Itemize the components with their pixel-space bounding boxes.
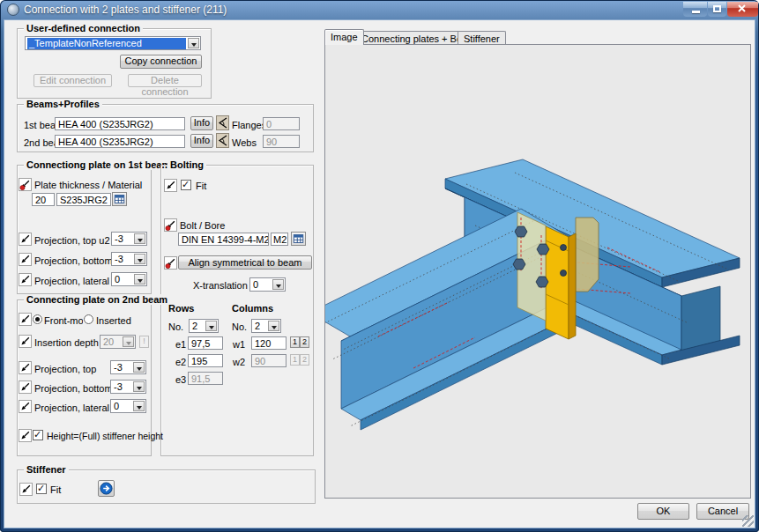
pick-align-button[interactable] <box>164 256 177 270</box>
projection-lateral2-dropdown[interactable]: 0 <box>110 399 146 413</box>
chevron-down-icon <box>123 336 134 347</box>
delete-connection-button[interactable]: Delete connection <box>128 74 202 87</box>
dropdown-value: -3 <box>114 362 132 373</box>
inserted-radio[interactable] <box>84 314 93 324</box>
e2-field[interactable]: 195 <box>188 354 223 367</box>
pick-projection-top-button[interactable] <box>19 361 32 374</box>
front-mounted-label: Front-mounted <box>44 315 83 326</box>
stiffener-fit-label: Fit <box>50 484 61 495</box>
second-beam-profile-field[interactable]: HEA 400 (S235JRG2) <box>55 135 185 148</box>
front-mounted-radio[interactable] <box>33 314 42 324</box>
ok-button[interactable]: OK <box>637 503 689 520</box>
resize-grip[interactable] <box>742 515 754 527</box>
projection-top-u2-dropdown[interactable]: -3 <box>111 232 147 246</box>
first-beam-profile-field[interactable]: HEA 400 (S235JRG2) <box>55 117 185 130</box>
projection-top-u2-label: Projection, top u2 <box>34 235 110 246</box>
web-angle-icon[interactable] <box>216 133 229 148</box>
preview-3d-panel[interactable] <box>324 44 751 499</box>
bolt-field[interactable]: DIN EN 14399-4-M20-10... <box>178 233 269 246</box>
plate-thickness-field[interactable]: 20 <box>32 193 55 206</box>
pick-plate-thickness-button[interactable] <box>19 178 32 191</box>
columns-header: Columns <box>232 303 273 314</box>
pick-mounting-button[interactable] <box>19 313 32 326</box>
align-symmetrical-button[interactable]: Align symmetrical to beam <box>178 255 312 270</box>
end-plate-yellow <box>546 226 576 339</box>
edit-connection-button[interactable]: Edit connection <box>33 74 112 87</box>
flanges-label: Flanges <box>232 120 266 130</box>
projection-lateral-dropdown[interactable]: 0 <box>111 272 147 286</box>
fit-checkbox[interactable] <box>181 180 191 190</box>
fit-label: Fit <box>196 181 206 191</box>
template-dropdown[interactable]: _TemplateNonReferenced <box>25 36 201 50</box>
dropdown-value: 0 <box>115 274 133 285</box>
projection-top-dropdown[interactable]: -3 <box>110 360 146 374</box>
insertion-warning-button: ! <box>139 336 149 348</box>
bolt-bore-label: Bolt / Bore <box>180 220 225 231</box>
pick-projection-top-u2-button[interactable] <box>19 233 32 246</box>
plate-material-field[interactable]: S235JRG2 <box>56 193 111 206</box>
rows-no-label: No. <box>168 321 183 332</box>
preview-3d-scene <box>325 45 750 498</box>
height-full-stiffener-checkbox[interactable] <box>33 430 43 440</box>
chevron-down-icon[interactable] <box>268 321 279 331</box>
rows-no-dropdown[interactable]: 2 <box>189 319 219 333</box>
maximize-button[interactable] <box>708 2 726 17</box>
first-beam-info-button[interactable]: Info <box>190 116 213 130</box>
chevron-down-icon[interactable] <box>134 274 145 284</box>
stiffener-next-button[interactable] <box>98 480 115 497</box>
stiffener-fit-checkbox[interactable] <box>36 484 47 494</box>
chevron-down-icon[interactable] <box>133 401 145 411</box>
bore-field[interactable]: M2... <box>271 233 288 246</box>
pick-height-button[interactable] <box>19 429 32 442</box>
x-translation-dropdown[interactable]: 0 <box>249 277 286 292</box>
column-2-button[interactable]: 2 <box>300 336 309 348</box>
column-2-button-disabled: 2 <box>300 354 309 366</box>
chevron-down-icon[interactable] <box>133 362 145 373</box>
flange-angle-icon[interactable] <box>216 115 229 130</box>
x-translation-label: X-translation <box>193 280 248 291</box>
dialog-window: Connection with 2 plates and stiffener (… <box>0 0 759 532</box>
tab-image[interactable]: Image <box>324 29 364 45</box>
second-beam-info-button[interactable]: Info <box>190 134 213 148</box>
w2-label: w2 <box>233 357 245 367</box>
w1-field[interactable]: 120 <box>251 336 286 350</box>
webs-label: Webs <box>232 137 257 148</box>
pick-stiffener-fit-button[interactable] <box>19 483 33 496</box>
chevron-down-icon[interactable] <box>134 233 145 244</box>
e3-label: e3 <box>175 374 186 385</box>
pick-bolt-bore-button[interactable] <box>164 218 177 232</box>
chevron-down-icon[interactable] <box>205 321 217 331</box>
columns-no-dropdown[interactable]: 2 <box>251 319 281 333</box>
chevron-down-icon[interactable] <box>133 381 145 392</box>
material-table-icon[interactable] <box>112 192 127 206</box>
pick-projection-bottom-u1-button[interactable] <box>19 253 32 266</box>
pick-insertion-depth-button[interactable] <box>19 335 32 348</box>
titlebar[interactable]: Connection with 2 plates and stiffener (… <box>0 0 759 19</box>
projection-bottom-dropdown[interactable]: -3 <box>110 380 146 394</box>
tab-stiffener[interactable]: Stiffener <box>458 31 506 45</box>
stiffener-plate <box>576 218 599 292</box>
projection-bottom-u1-dropdown[interactable]: -3 <box>111 252 147 266</box>
pick-projection-lateral2-button[interactable] <box>19 400 32 413</box>
pick-projection-bottom-button[interactable] <box>19 381 32 394</box>
chevron-down-icon[interactable] <box>134 254 145 264</box>
dropdown-value: -3 <box>115 254 133 265</box>
pick-projection-lateral-button[interactable] <box>19 273 32 286</box>
projection-bottom-label: Projection, bottom <box>34 383 113 394</box>
chevron-down-icon[interactable] <box>188 38 199 48</box>
projection-lateral-label: Projection, lateral <box>34 276 109 286</box>
insertion-depth-label: Insertion depth <box>34 337 99 348</box>
dropdown-value: 0 <box>253 279 272 291</box>
e1-field[interactable]: 97,5 <box>188 336 223 350</box>
flanges-value-field: 0 <box>263 117 300 130</box>
minimize-button[interactable] <box>683 2 707 17</box>
column-1-button[interactable]: 1 <box>290 336 300 348</box>
pick-fit-button[interactable] <box>164 179 177 192</box>
close-button[interactable] <box>727 2 758 17</box>
dropdown-value: 2 <box>192 321 205 332</box>
bolt-table-icon[interactable] <box>291 232 306 246</box>
dropdown-value: -3 <box>114 381 132 393</box>
chevron-down-icon[interactable] <box>272 279 284 290</box>
copy-connection-button[interactable]: Copy connection <box>120 55 202 69</box>
cancel-button[interactable]: Cancel <box>696 503 749 520</box>
